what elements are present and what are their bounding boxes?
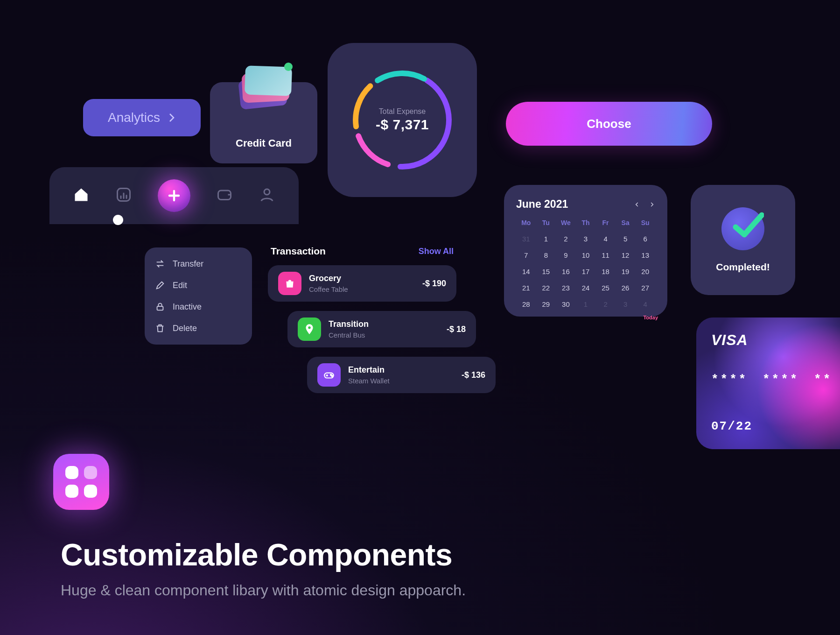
choose-button[interactable]: Choose — [506, 102, 712, 146]
ctx-edit[interactable]: Edit — [155, 280, 242, 290]
tx-name: Entertain — [348, 365, 454, 375]
calendar-day[interactable]: 3 — [616, 300, 636, 308]
credit-card-tile[interactable]: Credit Card — [210, 82, 317, 163]
nav-wallet-icon[interactable] — [216, 186, 233, 205]
calendar-day[interactable]: 19 — [616, 268, 636, 275]
transaction-row[interactable]: Grocery Coffee Table -$ 190 — [268, 265, 456, 302]
calendar-day[interactable]: 2 — [556, 235, 576, 243]
location-pin-icon — [298, 318, 321, 341]
page-subtitle: Huge & clean component libary with atomi… — [61, 582, 466, 599]
nav-profile-icon[interactable] — [259, 186, 275, 205]
calendar-day[interactable]: 22 — [536, 284, 556, 292]
calendar-day[interactable]: 8 — [536, 251, 556, 259]
visa-brand: VISA — [711, 332, 748, 349]
transaction-row[interactable]: Transition Central Bus -$ 18 — [287, 311, 476, 347]
calendar-day[interactable]: 15 — [536, 268, 556, 275]
transaction-list: Transaction Show All Grocery Coffee Tabl… — [268, 246, 456, 402]
calendar-day[interactable]: 18 — [595, 268, 616, 275]
calendar-day[interactable]: 24 — [576, 284, 596, 292]
calendar-dow: Mo — [516, 219, 536, 226]
calendar-day[interactable]: 6 — [635, 235, 655, 243]
svg-rect-7 — [157, 306, 163, 310]
calendar-day[interactable]: 13 — [635, 251, 655, 259]
svg-point-6 — [264, 189, 270, 195]
calendar-day[interactable]: 3 — [576, 235, 596, 243]
svg-point-8 — [308, 326, 310, 329]
trash-icon — [155, 323, 165, 333]
expense-label: Total Expense — [379, 107, 426, 116]
tx-amount: -$ 18 — [447, 325, 466, 334]
calendar-day[interactable]: 2 — [595, 300, 616, 308]
calendar-month: June 2021 — [516, 198, 568, 211]
ctx-inactive[interactable]: Inactive — [155, 302, 242, 312]
calendar-day[interactable]: 9 — [556, 251, 576, 259]
calendar-day[interactable]: 23 — [556, 284, 576, 292]
pencil-icon — [155, 280, 165, 290]
calendar-next-icon[interactable] — [649, 201, 655, 208]
svg-point-11 — [331, 375, 333, 377]
calendar-prev-icon[interactable] — [634, 201, 640, 208]
calendar-day[interactable]: 11 — [595, 251, 616, 259]
transaction-show-all[interactable]: Show All — [419, 247, 454, 256]
completed-label: Completed! — [716, 261, 770, 273]
calendar-day[interactable]: 25 — [595, 284, 616, 292]
calendar-day[interactable]: 1 — [536, 235, 556, 243]
calendar-dow: Sa — [616, 219, 636, 226]
tx-sub: Central Bus — [329, 331, 439, 339]
calendar-day[interactable]: 10 — [576, 251, 596, 259]
bottom-nav — [49, 167, 299, 224]
calendar-day[interactable]: 4 — [595, 235, 616, 243]
calendar-grid: MoTuWeThFrSaSu31123456789101112131415161… — [516, 219, 655, 308]
calendar-day[interactable]: 20 — [635, 268, 655, 275]
tx-sub: Steam Wallet — [348, 377, 454, 385]
component-grid-icon[interactable] — [53, 454, 109, 510]
nav-stats-icon[interactable] — [115, 186, 132, 205]
calendar-day[interactable]: 4 — [635, 300, 655, 308]
calendar-day[interactable]: 17 — [576, 268, 596, 275]
ctx-inactive-label: Inactive — [173, 302, 202, 312]
shopping-bag-icon — [278, 272, 301, 295]
calendar-day[interactable]: 7 — [516, 251, 536, 259]
transaction-row[interactable]: Entertain Steam Wallet -$ 136 — [307, 357, 496, 393]
checkmark-icon — [721, 207, 764, 250]
calendar-day[interactable]: 12 — [616, 251, 636, 259]
ctx-transfer[interactable]: Transfer — [155, 259, 242, 269]
calendar-day[interactable]: 30 — [556, 300, 576, 308]
nav-home-icon[interactable] — [73, 186, 90, 205]
analytics-label: Analytics — [108, 110, 160, 125]
calendar-day[interactable]: 16 — [556, 268, 576, 275]
calendar: June 2021 MoTuWeThFrSaSu3112345678910111… — [504, 185, 667, 317]
calendar-day[interactable]: 21 — [516, 284, 536, 292]
analytics-button[interactable]: Analytics — [83, 99, 201, 136]
calendar-day[interactable]: 1 — [576, 300, 596, 308]
visa-card[interactable]: VISA **** **** ** 07/22 — [696, 318, 840, 449]
calendar-day[interactable]: 5 — [616, 235, 636, 243]
context-menu: Transfer Edit Inactive Delete — [145, 247, 252, 345]
calendar-dow: Tu — [536, 219, 556, 226]
calendar-day[interactable]: 27 — [635, 284, 655, 292]
page-title: Customizable Components — [61, 537, 466, 572]
headline: Customizable Components Huge & clean com… — [61, 537, 466, 599]
nav-active-indicator — [113, 215, 123, 225]
visa-pan: **** **** ** — [711, 373, 832, 387]
calendar-dow: Th — [576, 219, 596, 226]
chevron-right-icon — [168, 112, 176, 123]
ctx-delete[interactable]: Delete — [155, 323, 242, 333]
ctx-edit-label: Edit — [173, 281, 187, 290]
tx-amount: -$ 136 — [462, 370, 485, 380]
calendar-today-label: Today — [643, 315, 658, 320]
calendar-day[interactable]: 14 — [516, 268, 536, 275]
nav-add-button[interactable] — [158, 179, 190, 212]
calendar-day[interactable]: 31 — [516, 235, 536, 243]
ctx-delete-label: Delete — [173, 324, 197, 333]
lock-icon — [155, 302, 165, 312]
calendar-dow: Su — [635, 219, 655, 226]
expense-panel: Total Expense -$ 7,371 — [328, 43, 477, 197]
tx-name: Grocery — [309, 274, 415, 283]
calendar-day[interactable]: 26 — [616, 284, 636, 292]
calendar-day[interactable]: 29 — [536, 300, 556, 308]
calendar-day[interactable]: 28 — [516, 300, 536, 308]
gamepad-icon — [317, 363, 341, 387]
completed-tile: Completed! — [691, 185, 795, 295]
calendar-dow: Fr — [595, 219, 616, 226]
